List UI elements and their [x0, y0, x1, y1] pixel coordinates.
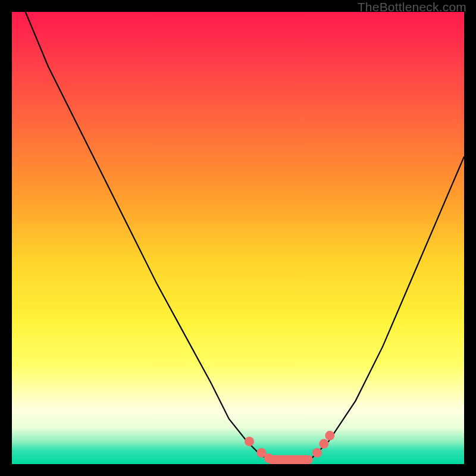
chart-svg — [12, 12, 464, 464]
chart-frame: TheBottleneck.com — [0, 0, 476, 476]
watermark-text: TheBottleneck.com — [358, 0, 466, 14]
marker-capsule — [267, 455, 313, 464]
chart-plot-area — [12, 12, 464, 464]
marker-dot — [245, 437, 254, 446]
marker-dot — [319, 439, 328, 449]
marker-dot — [312, 448, 322, 458]
chart-markers — [245, 431, 334, 464]
marker-dot — [325, 431, 334, 440]
chart-curve — [26, 12, 464, 459]
